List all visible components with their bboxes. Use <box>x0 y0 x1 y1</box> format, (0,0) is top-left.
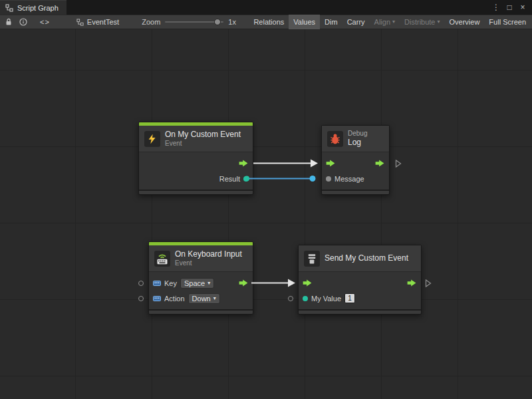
relations-button-label: Relations <box>253 18 284 26</box>
flow-row <box>299 275 421 291</box>
tab-title: Script Graph <box>17 4 59 12</box>
flow-input-port[interactable] <box>326 160 336 167</box>
node-body: My Value <box>299 272 421 309</box>
align-button[interactable]: Align ▾ <box>370 15 400 29</box>
maximize-icon[interactable]: □ <box>504 3 515 12</box>
node-header: Debug Log <box>322 126 389 152</box>
align-button-label: Align <box>374 18 390 26</box>
values-button[interactable]: Values <box>289 15 320 29</box>
script-graph-window: Script Graph ⋮ □ × <> <box>0 0 532 399</box>
info-icon[interactable] <box>16 15 31 29</box>
connection-wires <box>0 29 532 399</box>
node-body: Key Space ▾ <box>149 272 253 309</box>
dim-button[interactable]: Dim <box>320 15 342 29</box>
carry-button-label: Carry <box>347 18 365 26</box>
toolbar-buttons: Relations Values Dim Carry Align ▾ Distr… <box>249 15 531 29</box>
keycode-type-icon <box>153 279 161 287</box>
zoom-slider[interactable] <box>165 15 223 29</box>
message-input-row: Message <box>322 171 389 186</box>
my-value-port-label: My Value <box>311 295 341 303</box>
result-port-label: Result <box>219 175 240 183</box>
flow-continuation-icon <box>425 279 432 287</box>
action-value-port[interactable] <box>138 296 144 301</box>
key-dropdown[interactable]: Space ▾ <box>180 278 214 289</box>
overview-button-label: Overview <box>450 18 480 26</box>
node-footer <box>149 309 253 314</box>
lock-icon[interactable] <box>1 15 16 29</box>
node-footer <box>299 309 421 314</box>
action-dropdown-value: Down <box>192 295 211 303</box>
node-body: Message <box>322 152 389 190</box>
graph-breadcrumb[interactable]: EventTest <box>76 18 119 26</box>
node-debug-log[interactable]: Debug Log <box>321 125 390 195</box>
my-value-input-row: My Value <box>299 291 421 306</box>
node-title: On Keyboard Input <box>175 249 242 259</box>
action-type-icon <box>153 295 161 303</box>
script-asset-icon <box>76 19 84 26</box>
node-subtitle: Event <box>175 259 242 268</box>
node-body: Result <box>139 152 253 190</box>
dim-button-label: Dim <box>325 18 338 26</box>
flow-row <box>322 156 389 171</box>
chevron-down-icon: ▾ <box>207 281 210 286</box>
flow-input-port[interactable] <box>303 279 313 287</box>
fullscreen-button[interactable]: Full Screen <box>484 15 531 29</box>
flow-output-row <box>139 156 253 171</box>
relations-button[interactable]: Relations <box>249 15 289 29</box>
node-header: On Keyboard Input Event <box>149 245 253 272</box>
flow-output-port[interactable] <box>375 160 385 167</box>
graph-canvas[interactable]: On My Custom Event Event Result <box>0 29 532 399</box>
flow-continuation-icon <box>395 159 402 168</box>
result-output-port[interactable] <box>243 176 249 182</box>
graph-icon <box>5 4 13 12</box>
zoom-control: Zoom 1x <box>142 15 236 29</box>
node-title: Send My Custom Event <box>325 253 408 263</box>
action-port-label: Action <box>164 295 185 303</box>
close-icon[interactable]: × <box>517 3 528 12</box>
my-value-input-port[interactable] <box>303 296 308 301</box>
code-icon: <> <box>40 18 50 26</box>
keyboard-icon <box>154 251 170 267</box>
titlebar: Script Graph ⋮ □ × <box>0 0 532 15</box>
graph-name: EventTest <box>87 18 119 26</box>
message-port-label: Message <box>334 175 364 183</box>
node-footer <box>322 190 389 194</box>
chevron-down-icon: ▾ <box>438 19 440 25</box>
node-title: On My Custom Event <box>165 130 241 140</box>
zoom-value: 1x <box>228 18 236 26</box>
action-input-row: Action Down ▾ <box>149 291 253 306</box>
chevron-down-icon: ▾ <box>392 19 395 25</box>
flow-output-port[interactable] <box>239 279 249 287</box>
code-view-button[interactable]: <> <box>31 15 59 29</box>
my-value-port-outer[interactable] <box>288 296 293 301</box>
overview-button[interactable]: Overview <box>445 15 485 29</box>
zoom-label: Zoom <box>142 18 160 26</box>
distribute-button[interactable]: Distribute ▾ <box>400 15 444 29</box>
node-title: Log <box>348 138 367 148</box>
values-button-label: Values <box>293 18 315 26</box>
message-input-port[interactable] <box>326 176 331 182</box>
bug-icon <box>327 131 343 147</box>
flow-output-port[interactable] <box>407 279 417 287</box>
zoom-slider-handle[interactable] <box>214 19 221 25</box>
key-value-port[interactable] <box>138 281 144 286</box>
fullscreen-button-label: Full Screen <box>489 18 526 26</box>
flow-output-port[interactable] <box>239 160 249 167</box>
key-input-row: Key Space ▾ <box>149 275 253 291</box>
node-on-keyboard-input[interactable]: On Keyboard Input Event Key Space <box>148 241 253 315</box>
node-header: Send My Custom Event <box>299 245 421 272</box>
menu-icon[interactable]: ⋮ <box>491 3 501 12</box>
node-subtitle: Event <box>165 140 241 148</box>
node-header: On My Custom Event Event <box>139 126 253 152</box>
node-send-my-custom-event[interactable]: Send My Custom Event <box>298 245 422 315</box>
my-value-field[interactable] <box>344 293 355 303</box>
action-dropdown[interactable]: Down ▾ <box>188 293 220 304</box>
window-controls: ⋮ □ × <box>491 0 532 15</box>
tab-script-graph[interactable]: Script Graph <box>0 0 66 15</box>
distribute-button-label: Distribute <box>404 18 435 26</box>
node-footer <box>139 190 253 194</box>
custom-event-icon <box>304 251 320 267</box>
carry-button[interactable]: Carry <box>342 15 370 29</box>
node-on-my-custom-event[interactable]: On My Custom Event Event Result <box>138 122 253 195</box>
key-dropdown-value: Space <box>184 279 205 287</box>
